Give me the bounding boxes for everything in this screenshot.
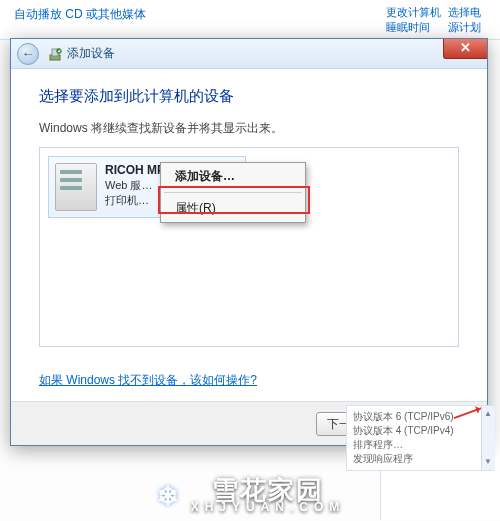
protocol-line-2: 协议版本 4 (TCP/IPv4): [353, 424, 487, 438]
background-scrollbar[interactable]: [481, 406, 495, 470]
close-button[interactable]: ✕: [443, 39, 487, 59]
add-device-wizard-window: ← 添加设备 ✕ 选择要添加到此计算机的设备 Windows 将继续查找新设备并…: [10, 38, 488, 446]
printer-icon: [55, 163, 97, 211]
close-icon: ✕: [460, 40, 471, 55]
power-plan-link[interactable]: 选择电源计划: [448, 5, 490, 35]
wizard-heading: 选择要添加到此计算机的设备: [39, 87, 459, 106]
wizard-title: 添加设备: [47, 45, 115, 62]
wizard-body: 选择要添加到此计算机的设备 Windows 将继续查找新设备并将其显示出来。 R…: [11, 69, 487, 401]
context-divider: [164, 192, 302, 193]
wizard-titlebar[interactable]: ← 添加设备 ✕: [11, 39, 487, 69]
wizard-subtext: Windows 将继续查找新设备并将其显示出来。: [39, 120, 459, 137]
context-item-properties[interactable]: 属性(R): [161, 195, 305, 222]
autoplay-link[interactable]: 自动播放 CD 或其他媒体: [14, 6, 146, 23]
device-context-menu: 添加设备… 属性(R): [160, 162, 306, 223]
watermark-sub: XHJYUAN.COM: [191, 501, 346, 513]
background-network-protocols: 协议版本 6 (TCP/IPv6) 协议版本 4 (TCP/IPv4) 排序程序…: [346, 405, 494, 471]
background-top-bar: 自动播放 CD 或其他媒体 更改计算机睡眠时间 选择电源计划: [0, 0, 500, 40]
watermark-main: 雪花家园: [212, 477, 324, 503]
device-wizard-icon: [47, 46, 63, 62]
protocol-line-3: 排序程序…: [353, 438, 487, 452]
snowflake-icon: ❄: [155, 481, 183, 509]
context-item-add-device[interactable]: 添加设备…: [161, 163, 305, 190]
back-button[interactable]: ←: [17, 43, 39, 65]
help-link[interactable]: 如果 Windows 找不到设备，该如何操作?: [39, 372, 257, 389]
protocol-line-4: 发现响应程序: [353, 452, 487, 466]
sleep-time-link[interactable]: 更改计算机睡眠时间: [386, 5, 448, 35]
background-right-links: 更改计算机睡眠时间 选择电源计划: [382, 0, 494, 40]
back-arrow-icon: ←: [22, 46, 35, 61]
wizard-title-text: 添加设备: [67, 45, 115, 62]
device-list[interactable]: RICOH MP C3503 Web 服… 打印机… 添加设备… 属性(R): [39, 147, 459, 347]
